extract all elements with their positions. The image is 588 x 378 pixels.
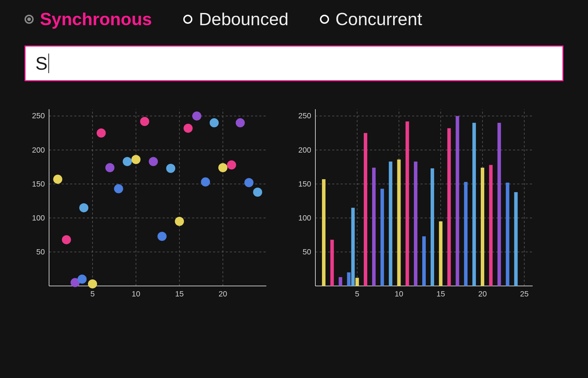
- scatter-point: [140, 117, 149, 126]
- svg-text:100: 100: [32, 214, 45, 222]
- mode-concurrent[interactable]: Concurrent: [320, 10, 422, 28]
- scatter-point: [157, 232, 166, 241]
- scatter-point: [210, 118, 219, 127]
- mode-radio-group: Synchronous Debounced Concurrent: [25, 10, 563, 28]
- scatter-point: [62, 235, 71, 244]
- bar: [389, 162, 392, 286]
- bar: [364, 133, 367, 286]
- scatter-point: [105, 163, 115, 172]
- bar: [447, 128, 451, 286]
- bar: [464, 182, 467, 286]
- scatter-point: [201, 177, 210, 187]
- bar: [405, 121, 409, 286]
- bar: [347, 272, 350, 286]
- svg-text:15: 15: [436, 289, 445, 298]
- scatter-point: [131, 155, 141, 164]
- bar-chart: 50100150200250510152025: [291, 106, 536, 302]
- svg-text:50: 50: [36, 247, 45, 256]
- scatter-point: [192, 111, 201, 120]
- svg-text:25: 25: [520, 289, 528, 298]
- scatter-point: [149, 157, 158, 166]
- input-value: S: [35, 53, 48, 74]
- scatter-point: [184, 124, 193, 133]
- svg-text:10: 10: [395, 289, 403, 298]
- scatter-point: [218, 163, 227, 172]
- scatter-point: [77, 275, 87, 284]
- radio-icon: [183, 15, 192, 24]
- bar: [472, 123, 476, 286]
- bar: [456, 116, 459, 286]
- svg-text:250: 250: [298, 111, 311, 120]
- bar: [339, 277, 342, 286]
- svg-text:50: 50: [303, 247, 311, 256]
- svg-text:15: 15: [175, 289, 184, 298]
- scatter-point: [79, 203, 88, 212]
- mode-label: Debounced: [199, 10, 288, 28]
- radio-icon: [320, 15, 329, 24]
- svg-text:100: 100: [298, 214, 311, 222]
- scatter-point: [236, 118, 245, 127]
- scatter-point: [53, 175, 62, 184]
- svg-text:10: 10: [132, 289, 140, 298]
- bar: [431, 168, 434, 286]
- scatter-point: [88, 279, 97, 288]
- bar: [355, 278, 359, 286]
- bar: [439, 221, 443, 286]
- svg-text:5: 5: [90, 289, 95, 298]
- bar: [372, 168, 376, 286]
- bar: [489, 165, 493, 286]
- charts-row: 501001502002505101520 501001502002505101…: [25, 106, 563, 302]
- svg-text:250: 250: [32, 111, 45, 120]
- bar: [397, 160, 401, 286]
- svg-text:150: 150: [298, 180, 311, 188]
- mode-label: Synchronous: [40, 10, 152, 28]
- svg-text:150: 150: [32, 180, 45, 188]
- bar: [498, 123, 501, 286]
- bar: [506, 183, 509, 286]
- scatter-point: [114, 184, 123, 193]
- mode-label: Concurrent: [335, 10, 422, 28]
- bar: [381, 189, 384, 286]
- bar: [414, 162, 417, 286]
- mode-debounced[interactable]: Debounced: [183, 10, 288, 28]
- svg-text:200: 200: [298, 146, 311, 154]
- scatter-point: [244, 178, 253, 187]
- bar: [330, 240, 334, 286]
- scatter-chart: 501001502002505101520: [25, 106, 270, 302]
- svg-text:20: 20: [219, 289, 227, 298]
- scatter-point: [166, 164, 175, 173]
- bar: [351, 208, 355, 286]
- radio-icon: [25, 15, 34, 24]
- scatter-point: [253, 188, 262, 197]
- scatter-point: [175, 217, 184, 226]
- scatter-point: [227, 160, 236, 169]
- text-input[interactable]: S: [25, 46, 563, 81]
- svg-text:20: 20: [478, 289, 487, 298]
- bar: [514, 192, 518, 286]
- scatter-point: [123, 157, 132, 166]
- svg-text:5: 5: [355, 289, 359, 298]
- scatter-point: [97, 128, 106, 138]
- text-caret-icon: [48, 54, 49, 73]
- svg-text:200: 200: [32, 146, 45, 154]
- mode-synchronous[interactable]: Synchronous: [25, 10, 152, 28]
- bar: [322, 179, 326, 286]
- bar: [481, 168, 484, 286]
- bar: [422, 236, 426, 286]
